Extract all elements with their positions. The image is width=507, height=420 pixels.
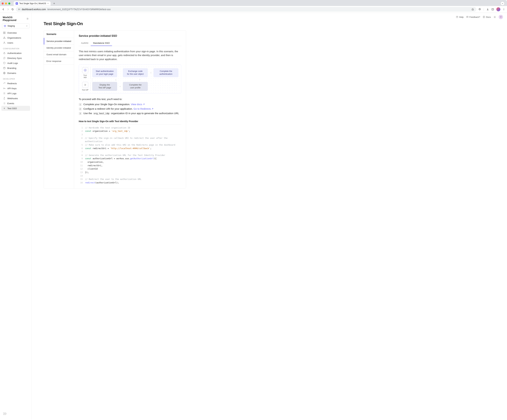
- url-field[interactable]: dashboard.workos.com/environment_01EQ1FT…: [16, 7, 476, 12]
- scenario-identity-provider-initiated[interactable]: Identity provider-initiated: [44, 45, 74, 51]
- side-panel-icon[interactable]: [491, 8, 494, 11]
- org-icon: [3, 36, 6, 39]
- sidebar-item-label: Directory Sync: [7, 57, 22, 59]
- diagram-step-4: Display the Test IdP page: [92, 82, 117, 91]
- sidebar-item-label: Webhooks: [7, 97, 18, 100]
- test-panel: Scenario Service provider-initiatedIdent…: [44, 30, 186, 189]
- sidebar-item-api-keys[interactable]: API Keys: [1, 86, 30, 91]
- sidebar-item-overview[interactable]: Overview: [1, 30, 30, 35]
- site-settings-icon[interactable]: [18, 8, 21, 10]
- sidebar-item-users[interactable]: Users: [1, 40, 30, 45]
- sidebar-item-redirects[interactable]: Redirects: [1, 81, 30, 86]
- new-tab-button[interactable]: +: [52, 2, 56, 5]
- menu-icon[interactable]: [503, 8, 505, 10]
- sidebar-item-audit-logs[interactable]: Audit Logs: [1, 61, 30, 66]
- sidebar-item-directory-sync[interactable]: Directory Sync: [1, 56, 30, 61]
- download-icon[interactable]: [486, 8, 489, 11]
- cube-icon: [4, 25, 6, 27]
- go-to-redirects-link[interactable]: Go to Redirects: [134, 107, 153, 110]
- description: This test mimics users initiating authen…: [79, 49, 181, 61]
- close-tab-icon[interactable]: ×: [47, 2, 49, 5]
- gear-icon[interactable]: [26, 17, 29, 20]
- test-idp-label: Test IdP: [82, 89, 89, 91]
- sidebar-item-api-logs[interactable]: API Logs: [1, 91, 30, 96]
- sidebar-item-events[interactable]: Events: [1, 101, 30, 106]
- sidebar-item-test-sso[interactable]: Test SSO: [1, 106, 30, 111]
- code-line: 16redirect(authorizationUrl);: [79, 181, 181, 185]
- profile-avatar-icon[interactable]: [496, 7, 500, 11]
- environment-selector[interactable]: Staging: [2, 23, 29, 28]
- sidebar-item-domains[interactable]: Domains: [1, 70, 30, 76]
- svg-point-18: [4, 68, 4, 68]
- scenario-header: Scenario: [44, 30, 74, 38]
- code-line: 2const organization = 'org_test_idp';: [79, 129, 181, 133]
- code-line: 6const redirectUri = 'http://localhost:4…: [79, 147, 181, 150]
- tab-standalone-sso[interactable]: Standalone SSO: [91, 41, 112, 46]
- close-window-icon[interactable]: [2, 2, 4, 5]
- grid-icon: [3, 31, 6, 34]
- feedback-link[interactable]: Feedback?: [466, 16, 480, 18]
- section-developer: DEVELOPER: [1, 76, 30, 81]
- extensions-icon[interactable]: [478, 8, 481, 11]
- key-icon: [3, 87, 6, 90]
- svg-point-12: [4, 37, 5, 37]
- code-line: 8// Generate the authorization URL for t…: [79, 154, 181, 157]
- list-icon: [3, 92, 6, 95]
- view-docs-link[interactable]: View docs: [131, 103, 145, 106]
- back-button[interactable]: [2, 8, 5, 11]
- sidebar-item-organizations[interactable]: Organizations: [1, 35, 30, 40]
- redirect-icon: [3, 82, 6, 85]
- sidebar-item-label: Domains: [7, 72, 16, 74]
- sidebar-item-label: Events: [7, 102, 14, 105]
- arrow-right-icon: →: [119, 85, 121, 88]
- tab-authkit[interactable]: AuthKit: [79, 41, 91, 46]
- browser-tab[interactable]: Test Single Sign-On | WorkOS ×: [14, 1, 51, 6]
- sidebar-item-label: Organizations: [7, 37, 21, 39]
- diagram-step-2: Exchange code for the user object: [123, 68, 148, 77]
- scenario-detail: Service provider-initiated SSO AuthKitSt…: [74, 30, 186, 188]
- code-line: 12 clientId: [79, 167, 181, 171]
- user-avatar[interactable]: V: [499, 15, 503, 19]
- tabs-menu-button[interactable]: [501, 2, 504, 5]
- bookmark-icon[interactable]: [471, 8, 474, 11]
- globe-icon: [3, 72, 6, 74]
- help-link[interactable]: Help: [456, 16, 464, 18]
- svg-rect-0: [19, 9, 19, 9]
- code-line: 15// Redirect the user to the authorizat…: [79, 178, 181, 181]
- step-2: 2 Configure a redirect URI for your appl…: [79, 107, 181, 111]
- sidebar-item-label: API Keys: [7, 87, 17, 90]
- svg-rect-24: [466, 16, 468, 18]
- svg-point-14: [5, 38, 5, 39]
- tab-favicon-icon: [16, 2, 18, 5]
- scenario-error-response[interactable]: Error response: [44, 58, 74, 64]
- sidebar-item-webhooks[interactable]: Webhooks: [1, 96, 30, 101]
- svg-rect-16: [4, 53, 5, 54]
- scenario-service-provider-initiated[interactable]: Service provider-initiated: [44, 38, 74, 45]
- sidebar-item-authentication[interactable]: Authentication: [1, 51, 30, 56]
- sidebar-item-branding[interactable]: Branding: [1, 66, 30, 70]
- minimize-window-icon[interactable]: [5, 2, 7, 5]
- detail-tabs: AuthKitStandalone SSO: [79, 41, 181, 46]
- chevron-down-icon: [26, 25, 28, 27]
- sidebar: WorkOS Playground Staging OverviewOrgani…: [0, 13, 32, 420]
- code-line: 4// Specify the sign-in callback URI to …: [79, 136, 181, 143]
- diagram-step-5: Complete the user profile: [123, 82, 148, 91]
- user-icon: [3, 42, 6, 44]
- docs-link[interactable]: Docs: [483, 16, 491, 18]
- code-line: 13});: [79, 171, 181, 174]
- svg-point-5: [504, 9, 504, 10]
- palette-icon: [3, 67, 6, 69]
- reload-button[interactable]: [11, 8, 14, 11]
- sidebar-item-label: Users: [7, 42, 13, 44]
- code-line: 7: [79, 150, 181, 154]
- maximize-window-icon[interactable]: [8, 2, 10, 5]
- test-idp-icon: [82, 82, 88, 88]
- scenario-guest-email-domain[interactable]: Guest email domain: [44, 51, 74, 58]
- sync-icon: [3, 57, 6, 59]
- code-line: 10 organization,: [79, 161, 181, 164]
- events-icon: [3, 102, 6, 105]
- arrow-right-icon: →: [149, 71, 152, 74]
- svg-rect-11: [5, 33, 5, 34]
- tab-bar: Test Single Sign-On | WorkOS × +: [0, 0, 507, 6]
- theme-toggle[interactable]: [493, 16, 496, 18]
